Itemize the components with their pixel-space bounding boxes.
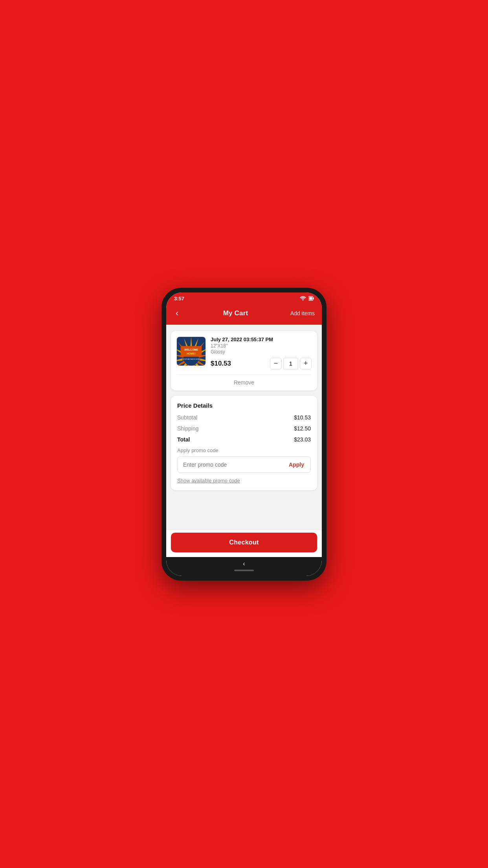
phone-frame: 3:57 ‹ My Cart Add items	[161, 288, 327, 581]
promo-code-label: Apply promo code	[177, 447, 311, 453]
cart-item-top: WELCOME HOME! YOUR MESSAGE HERE July 27,…	[171, 331, 317, 374]
svg-text:YOUR MESSAGE HERE: YOUR MESSAGE HERE	[183, 358, 200, 360]
quantity-increase-button[interactable]: +	[300, 358, 312, 370]
product-price-row: $10.53 − 1 +	[211, 358, 312, 370]
product-finish: Glossy	[211, 349, 312, 355]
product-thumbnail: WELCOME HOME! YOUR MESSAGE HERE	[176, 337, 206, 366]
product-price: $10.53	[211, 360, 231, 368]
phone-screen: 3:57 ‹ My Cart Add items	[166, 292, 322, 576]
promo-input-row: Apply	[177, 456, 311, 473]
nav-bar: ‹ My Cart Add items	[166, 303, 322, 325]
svg-rect-1	[309, 297, 312, 300]
svg-rect-2	[313, 297, 314, 299]
home-indicator	[234, 570, 254, 571]
subtotal-label: Subtotal	[177, 414, 197, 421]
product-date: July 27, 2022 03:55:37 PM	[211, 337, 312, 342]
total-row: Total $23.03	[177, 436, 311, 443]
main-content: WELCOME HOME! YOUR MESSAGE HERE July 27,…	[166, 325, 322, 530]
total-value: $23.03	[294, 436, 311, 443]
subtotal-value: $10.53	[294, 414, 311, 421]
show-promo-link[interactable]: Show available promo code	[177, 478, 240, 484]
add-items-button[interactable]: Add items	[290, 310, 315, 316]
checkout-section: Checkout	[166, 530, 322, 557]
product-size: 12"X18"	[211, 343, 312, 349]
price-details-card: Price Details Subtotal $10.53 Shipping $…	[171, 396, 317, 490]
battery-icon	[308, 296, 314, 301]
system-back-button[interactable]: ‹	[243, 560, 245, 567]
status-bar: 3:57	[166, 292, 322, 303]
total-label: Total	[177, 436, 190, 443]
quantity-controls: − 1 +	[270, 358, 312, 370]
promo-apply-button[interactable]: Apply	[283, 457, 310, 473]
price-details-title: Price Details	[177, 402, 311, 409]
promo-code-input[interactable]	[178, 457, 283, 473]
page-title: My Cart	[223, 309, 248, 317]
svg-text:HOME!: HOME!	[187, 352, 196, 355]
bottom-bar: ‹	[166, 557, 322, 576]
product-info: July 27, 2022 03:55:37 PM 12"X18" Glossy…	[211, 337, 312, 370]
svg-rect-22	[181, 346, 202, 357]
quantity-display: 1	[283, 358, 298, 370]
shipping-row: Shipping $12.50	[177, 425, 311, 432]
quantity-decrease-button[interactable]: −	[270, 358, 282, 370]
checkout-button[interactable]: Checkout	[171, 533, 317, 552]
bottom-bar-icons: ‹	[166, 560, 322, 567]
status-icons	[300, 296, 314, 301]
cart-item-card: WELCOME HOME! YOUR MESSAGE HERE July 27,…	[171, 331, 317, 390]
back-button[interactable]: ‹	[173, 307, 181, 319]
wifi-icon	[300, 296, 306, 301]
shipping-value: $12.50	[294, 425, 311, 432]
subtotal-row: Subtotal $10.53	[177, 414, 311, 421]
remove-button[interactable]: Remove	[171, 375, 317, 390]
svg-text:WELCOME: WELCOME	[184, 348, 198, 351]
shipping-label: Shipping	[177, 425, 199, 432]
status-time: 3:57	[174, 296, 184, 302]
